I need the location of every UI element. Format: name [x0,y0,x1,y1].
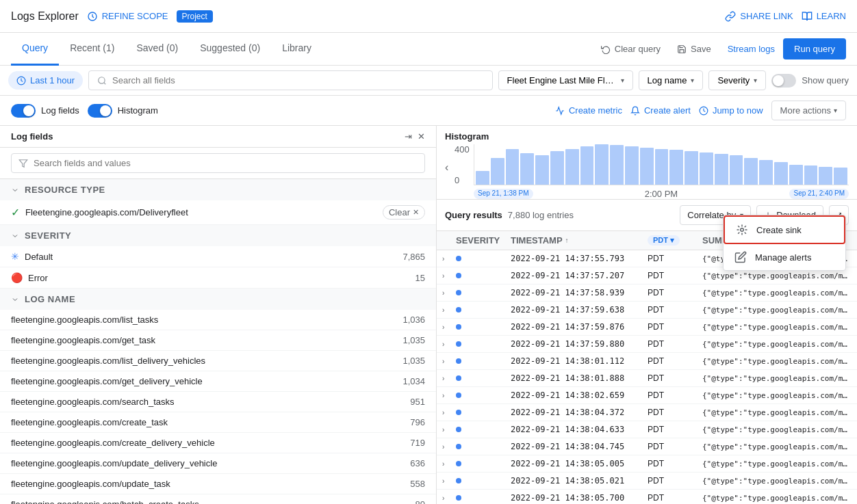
row-expand-toggle[interactable]: › [442,494,456,502]
expand-panel-button[interactable]: ⇥ [405,131,412,142]
row-summary-cell: {"@type":"type.googleapis.com/maps.fleet… [702,306,852,315]
more-actions-button[interactable]: More actions ▾ [771,101,846,120]
log-name-10: fleetengine.googleapis.com/batch_create_… [11,499,415,504]
run-query-button[interactable]: Run query [783,38,846,59]
tab-suggested[interactable]: Suggested (0) [189,33,271,66]
show-query-toggle[interactable] [771,74,796,88]
list-item[interactable]: fleetengine.googleapis.com/list_tasks 1,… [0,310,436,330]
log-name-5: fleetengine.googleapis.com/search_tasks [11,397,410,407]
log-name-dropdown[interactable]: Log name ▾ [639,70,704,90]
histogram-bar [804,165,818,185]
table-row[interactable]: › 2022-09-21 14:38:05.005 PDT {"@type":"… [437,455,857,473]
create-alert-button[interactable]: Create alert [630,105,691,116]
tab-library[interactable]: Library [271,33,322,66]
histogram-toggle[interactable] [88,104,112,118]
table-row[interactable]: › 2022-09-21 14:37:59.876 PDT {"@type":"… [437,319,857,336]
histogram-bar [774,162,788,185]
create-metric-button[interactable]: Create metric [555,105,622,116]
field-item-error[interactable]: 🔴 Error 15 [0,267,436,289]
jump-to-now-button[interactable]: Jump to now [699,105,763,116]
list-item[interactable]: fleetengine.googleapis.com/batch_create_… [0,494,436,504]
save-button[interactable]: Save [669,40,719,58]
tab-recent[interactable]: Recent (1) [59,33,125,66]
row-severity-cell [456,461,511,466]
row-expand-toggle[interactable]: › [442,272,456,280]
topbar: Logs Explorer REFINE SCOPE Project SHARE… [0,0,857,33]
table-row[interactable]: › 2022-09-21 14:37:59.880 PDT {"@type":"… [437,336,857,353]
resource-type-section-label: RESOURCE TYPE [25,185,105,195]
list-item[interactable]: fleetengine.googleapis.com/get_delivery_… [0,371,436,392]
list-item[interactable]: fleetengine.googleapis.com/create_delive… [0,433,436,453]
table-row[interactable]: › 2022-09-21 14:38:05.700 PDT {"@type":"… [437,490,857,504]
row-expand-toggle[interactable]: › [442,460,456,468]
collapse-panel-button[interactable]: ✕ [418,131,425,142]
list-item[interactable]: fleetengine.googleapis.com/update_task 5… [0,474,436,494]
table-row[interactable]: › 2022-09-21 14:37:59.638 PDT {"@type":"… [437,302,857,319]
table-row[interactable]: › 2022-09-21 14:38:04.745 PDT {"@type":"… [437,438,857,455]
list-item[interactable]: fleetengine.googleapis.com/update_delive… [0,453,436,474]
row-expand-toggle[interactable]: › [442,255,456,263]
row-severity-cell [456,324,511,330]
row-expand-toggle[interactable]: › [442,306,456,314]
table-row[interactable]: › 2022-09-21 14:38:02.659 PDT {"@type":"… [437,387,857,404]
table-row[interactable]: › 2022-09-21 14:38:01.112 PDT {"@type":"… [437,353,857,370]
severity-dropdown[interactable]: Severity ▾ [708,70,766,90]
histogram-nav-left[interactable]: ‹ [445,161,448,174]
tab-saved[interactable]: Saved (0) [125,33,189,66]
list-item[interactable]: fleetengine.googleapis.com/create_task 7… [0,412,436,433]
severity-section-header[interactable]: SEVERITY [0,225,436,246]
row-summary-cell: {"@type":"type.googleapis.com/maps.fleet… [702,425,852,434]
table-row[interactable]: › 2022-09-21 14:37:58.939 PDT {"@type":"… [437,284,857,302]
learn-button[interactable]: LEARN [802,11,846,22]
log-name-9: fleetengine.googleapis.com/update_task [11,479,410,489]
time-range-button[interactable]: Last 1 hour [8,71,83,90]
row-expand-toggle[interactable]: › [442,375,456,382]
severity-chevron-icon: ▾ [754,77,757,84]
table-row[interactable]: › 2022-09-21 14:38:01.888 PDT {"@type":"… [437,370,857,387]
log-name-section-header[interactable]: LOG NAME [0,289,436,310]
search-fields-input[interactable] [34,158,418,168]
list-item[interactable]: fleetengine.googleapis.com/search_tasks … [0,392,436,412]
resource-dropdown[interactable]: Fleet Engine Last Mile Fle... ▾ [498,70,633,90]
search-fields-box [0,148,436,179]
row-expand-toggle[interactable]: › [442,289,456,297]
histogram-bar [759,160,773,185]
row-pdt-cell: PDT [648,459,702,468]
save-icon [677,44,687,54]
dropdown-item-manage-alerts[interactable]: Manage alerts [724,244,845,270]
row-expand-toggle[interactable]: › [442,409,456,416]
row-timestamp-cell: 2022-09-21 14:38:04.372 [511,408,648,417]
list-item[interactable]: fleetengine.googleapis.com/get_task 1,03… [0,330,436,351]
row-expand-toggle[interactable]: › [442,358,456,365]
svg-point-2 [99,77,105,83]
clear-field-button[interactable]: Clear ✕ [383,205,425,220]
y-label-bottom: 0 [455,175,474,185]
histogram-bar [834,168,847,185]
log-fields-toggle[interactable] [11,104,36,118]
row-expand-toggle[interactable]: › [442,323,456,331]
table-row[interactable]: › 2022-09-21 14:38:04.633 PDT {"@type":"… [437,421,857,438]
search-input[interactable] [112,75,484,85]
field-item-deliveryfleet[interactable]: ✓ Fleetengine.googleapis.com/Deliveryfle… [0,200,436,225]
table-row[interactable]: › 2022-09-21 14:38:05.021 PDT {"@type":"… [437,473,857,490]
row-expand-toggle[interactable]: › [442,477,456,485]
log-fields-toggle-container: Log fields [11,104,79,118]
tab-query[interactable]: Query [11,33,59,66]
dropdown-item-create-sink[interactable]: Create sink [724,215,845,244]
log-name-8: fleetengine.googleapis.com/update_delive… [11,458,410,468]
table-row[interactable]: › 2022-09-21 14:38:04.372 PDT {"@type":"… [437,404,857,421]
col-timestamp-header[interactable]: TIMESTAMP ↑ [511,235,648,246]
field-item-default[interactable]: ✳ Default 7,865 [0,246,436,267]
list-item[interactable]: fleetengine.googleapis.com/list_delivery… [0,351,436,371]
row-expand-toggle[interactable]: › [442,392,456,399]
share-link-button[interactable]: SHARE LINK [725,11,793,22]
stream-logs-button[interactable]: Stream logs [719,40,783,58]
project-badge: Project [177,10,213,23]
histogram-bar [580,146,594,185]
clear-query-button[interactable]: Clear query [593,40,669,58]
resource-type-section-header[interactable]: RESOURCE TYPE [0,179,436,200]
row-expand-toggle[interactable]: › [442,341,456,348]
row-expand-toggle[interactable]: › [442,426,456,434]
row-expand-toggle[interactable]: › [442,443,456,451]
refine-scope-button[interactable]: REFINE SCOPE [87,11,168,22]
